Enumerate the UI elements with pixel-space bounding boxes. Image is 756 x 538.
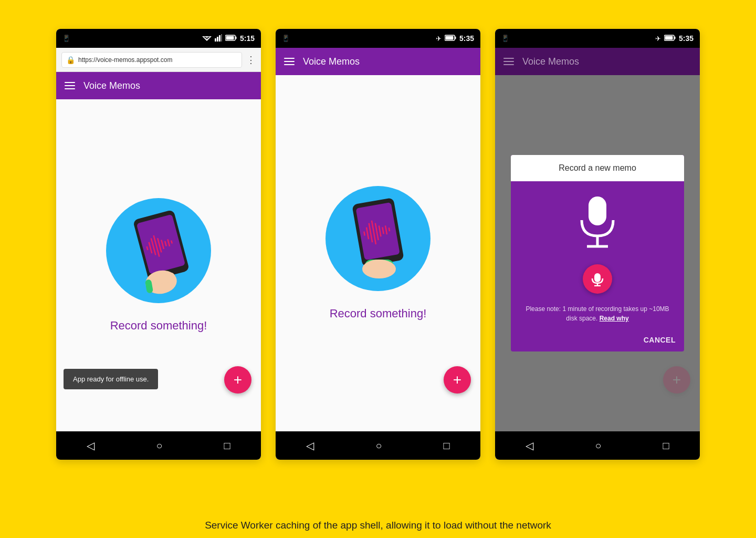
bottom-nav-3: ◁ ○ □: [495, 431, 700, 460]
home-btn-2[interactable]: ○: [375, 440, 382, 452]
phone-body-3: Record a new memo: [495, 75, 700, 431]
app-toolbar-1: Voice Memos: [56, 72, 261, 99]
recent-btn-2[interactable]: □: [443, 440, 449, 452]
caption-text: Service Worker caching of the app shell,…: [205, 520, 551, 531]
dialog-body: Please note: 1 minute of recording takes…: [511, 181, 684, 332]
svg-rect-5: [219, 35, 220, 42]
snackbar: App ready for offline use.: [64, 369, 158, 389]
caption: Service Worker caching of the app shell,…: [0, 507, 756, 538]
mic-icon-large: [574, 194, 621, 254]
home-btn-3[interactable]: ○: [595, 440, 601, 452]
status-bar-1: 📱 5:15: [56, 29, 261, 48]
lock-icon: 🔒: [66, 56, 75, 64]
app-toolbar-3: Voice Memos: [495, 48, 700, 75]
phone-2: 📱 ✈ 5:35 Voice Memos: [276, 29, 480, 460]
record-label-1: Record something!: [110, 319, 207, 333]
record-dialog: Record a new memo: [511, 155, 684, 351]
phone-body-1: Record something! App ready for offline …: [56, 99, 261, 431]
svg-rect-26: [445, 36, 453, 39]
bottom-nav-1: ◁ ○ □: [56, 431, 261, 460]
dialog-actions: CANCEL: [511, 332, 684, 351]
phone-body-2: Record something! +: [276, 75, 480, 431]
phone3-battery-icon: [664, 35, 676, 43]
url-box[interactable]: 🔒 https://voice-memos.appspot.com: [61, 52, 242, 68]
phone2-time: 5:35: [459, 34, 474, 43]
app-toolbar-2: Voice Memos: [276, 48, 480, 75]
back-btn-3[interactable]: ◁: [526, 439, 533, 452]
hamburger-1[interactable]: [65, 82, 75, 89]
dialog-note: Please note: 1 minute of recording takes…: [521, 304, 674, 323]
recent-btn-1[interactable]: □: [224, 440, 230, 452]
url-text: https://voice-memos.appspot.com: [78, 56, 172, 64]
phone1-wifi-icon: [202, 34, 212, 43]
phone3-time: 5:35: [679, 34, 694, 43]
record-button[interactable]: [583, 264, 612, 294]
dialog-title: Record a new memo: [511, 155, 684, 181]
svg-rect-43: [589, 196, 606, 225]
svg-rect-25: [455, 36, 456, 39]
app-title-1: Voice Memos: [83, 80, 140, 91]
phone1-status-left: 📱: [62, 35, 70, 42]
snackbar-text: App ready for offline use.: [73, 375, 149, 383]
chrome-bar: 🔒 https://voice-memos.appspot.com ⋮: [56, 48, 261, 72]
back-btn-1[interactable]: ◁: [87, 439, 94, 452]
record-label-2: Record something!: [330, 307, 427, 320]
bottom-nav-2: ◁ ○ □: [276, 431, 480, 460]
svg-rect-42: [665, 36, 673, 39]
svg-line-29: [364, 232, 364, 236]
hamburger-3[interactable]: [503, 58, 514, 65]
svg-line-37: [389, 227, 390, 231]
app-title-2: Voice Memos: [303, 56, 360, 67]
phone2-battery-icon: [445, 35, 456, 43]
svg-rect-9: [226, 36, 234, 39]
hamburger-2[interactable]: [284, 58, 295, 65]
phone3-airplane-icon: ✈: [655, 35, 661, 43]
cancel-button[interactable]: CANCEL: [644, 336, 676, 344]
phones-container: 📱 5:15: [56, 29, 700, 507]
recent-btn-3[interactable]: □: [663, 440, 669, 452]
svg-rect-11: [136, 214, 185, 275]
svg-rect-41: [674, 36, 675, 39]
svg-rect-4: [217, 37, 218, 42]
phone1-battery-icon: [225, 35, 237, 43]
dialog-note-text: Please note: 1 minute of recording takes…: [526, 305, 669, 322]
svg-line-12: [147, 246, 148, 250]
svg-rect-8: [235, 36, 236, 39]
svg-rect-46: [594, 273, 601, 282]
dialog-overlay: Record a new memo: [495, 75, 700, 431]
fab-1-icon: +: [234, 371, 242, 388]
svg-line-20: [171, 241, 172, 244]
back-btn-2[interactable]: ◁: [306, 439, 314, 452]
phone-3: 📱 ✈ 5:35 Voice Memos Record a: [495, 29, 700, 460]
illustration-2: [326, 186, 430, 291]
phone1-signal-icon: [215, 34, 222, 43]
home-btn-1[interactable]: ○: [156, 440, 162, 452]
svg-rect-6: [221, 34, 222, 42]
svg-point-39: [362, 260, 396, 278]
app-title-3: Voice Memos: [522, 56, 579, 67]
fab-2-icon: +: [453, 371, 461, 388]
phone1-time: 5:15: [240, 34, 255, 43]
phone2-status-left: 📱: [282, 35, 290, 42]
illustration-1: [106, 198, 211, 303]
phone2-airplane-icon: ✈: [436, 35, 442, 43]
phone3-status-left: 📱: [501, 35, 509, 42]
status-bar-2: 📱 ✈ 5:35: [276, 29, 480, 48]
read-why-link[interactable]: Read why: [600, 315, 629, 322]
fab-1[interactable]: +: [224, 366, 251, 394]
phone-1: 📱 5:15: [56, 29, 261, 460]
fab-2[interactable]: +: [444, 366, 471, 394]
more-icon[interactable]: ⋮: [246, 54, 256, 66]
status-bar-3: 📱 ✈ 5:35: [495, 29, 700, 48]
svg-rect-3: [215, 38, 216, 42]
